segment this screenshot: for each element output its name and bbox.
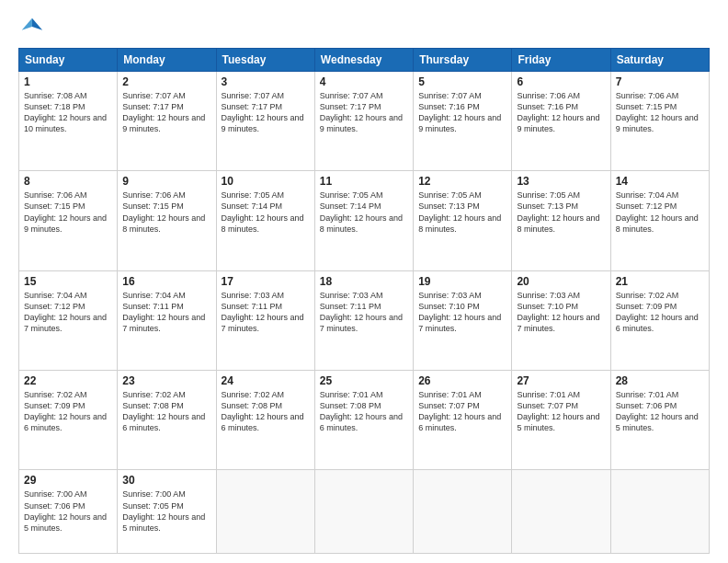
day-cell: 6Sunrise: 7:06 AM Sunset: 7:16 PM Daylig… bbox=[512, 72, 610, 171]
calendar-table: Sunday Monday Tuesday Wednesday Thursday… bbox=[18, 48, 710, 554]
day-cell: 23Sunrise: 7:02 AM Sunset: 7:08 PM Dayli… bbox=[118, 371, 216, 470]
day-cell: 25Sunrise: 7:01 AM Sunset: 7:08 PM Dayli… bbox=[314, 371, 413, 470]
day-number: 27 bbox=[517, 374, 605, 387]
table-row: 22Sunrise: 7:02 AM Sunset: 7:09 PM Dayli… bbox=[19, 371, 710, 470]
day-number: 22 bbox=[24, 374, 112, 387]
day-number: 10 bbox=[222, 175, 310, 188]
day-cell: 15Sunrise: 7:04 AM Sunset: 7:12 PM Dayli… bbox=[19, 270, 118, 370]
day-info: Sunrise: 7:02 AM Sunset: 7:09 PM Dayligh… bbox=[24, 389, 112, 434]
day-cell: 18Sunrise: 7:03 AM Sunset: 7:11 PM Dayli… bbox=[314, 270, 413, 370]
day-number: 14 bbox=[616, 175, 704, 188]
day-number: 15 bbox=[24, 275, 112, 288]
header-thursday: Thursday bbox=[414, 49, 512, 72]
header-tuesday: Tuesday bbox=[216, 49, 314, 72]
header-sunday: Sunday bbox=[19, 49, 118, 72]
page: Sunday Monday Tuesday Wednesday Thursday… bbox=[0, 0, 728, 563]
day-number: 20 bbox=[517, 275, 605, 288]
day-number: 18 bbox=[320, 275, 408, 288]
day-info: Sunrise: 7:01 AM Sunset: 7:07 PM Dayligh… bbox=[517, 389, 605, 434]
day-cell: 5Sunrise: 7:07 AM Sunset: 7:16 PM Daylig… bbox=[414, 72, 512, 171]
day-cell bbox=[314, 470, 413, 554]
svg-marker-1 bbox=[22, 18, 32, 30]
day-info: Sunrise: 7:05 AM Sunset: 7:13 PM Dayligh… bbox=[517, 190, 605, 235]
day-number: 16 bbox=[122, 275, 210, 288]
day-cell: 1Sunrise: 7:08 AM Sunset: 7:18 PM Daylig… bbox=[19, 72, 118, 171]
day-info: Sunrise: 7:02 AM Sunset: 7:08 PM Dayligh… bbox=[122, 389, 210, 434]
day-number: 8 bbox=[24, 175, 112, 188]
day-info: Sunrise: 7:03 AM Sunset: 7:11 PM Dayligh… bbox=[320, 290, 408, 335]
day-cell bbox=[216, 470, 314, 554]
day-cell bbox=[512, 470, 610, 554]
day-cell: 12Sunrise: 7:05 AM Sunset: 7:13 PM Dayli… bbox=[414, 171, 512, 270]
svg-marker-0 bbox=[32, 18, 42, 30]
day-cell: 28Sunrise: 7:01 AM Sunset: 7:06 PM Dayli… bbox=[610, 371, 709, 470]
day-info: Sunrise: 7:07 AM Sunset: 7:17 PM Dayligh… bbox=[222, 90, 310, 135]
day-number: 1 bbox=[24, 75, 112, 88]
day-cell: 19Sunrise: 7:03 AM Sunset: 7:10 PM Dayli… bbox=[414, 270, 512, 370]
table-row: 8Sunrise: 7:06 AM Sunset: 7:15 PM Daylig… bbox=[19, 171, 710, 270]
day-info: Sunrise: 7:01 AM Sunset: 7:07 PM Dayligh… bbox=[418, 389, 506, 434]
day-info: Sunrise: 7:05 AM Sunset: 7:13 PM Dayligh… bbox=[418, 190, 506, 235]
day-cell: 16Sunrise: 7:04 AM Sunset: 7:11 PM Dayli… bbox=[118, 270, 216, 370]
day-number: 11 bbox=[320, 175, 408, 188]
day-number: 30 bbox=[122, 474, 210, 487]
day-cell: 7Sunrise: 7:06 AM Sunset: 7:15 PM Daylig… bbox=[610, 72, 709, 171]
day-number: 3 bbox=[222, 75, 310, 88]
day-cell: 21Sunrise: 7:02 AM Sunset: 7:09 PM Dayli… bbox=[610, 270, 709, 370]
header-saturday: Saturday bbox=[610, 49, 709, 72]
day-info: Sunrise: 7:07 AM Sunset: 7:17 PM Dayligh… bbox=[320, 90, 408, 135]
day-cell: 11Sunrise: 7:05 AM Sunset: 7:14 PM Dayli… bbox=[314, 171, 413, 270]
day-number: 29 bbox=[24, 474, 112, 487]
day-cell: 22Sunrise: 7:02 AM Sunset: 7:09 PM Dayli… bbox=[19, 371, 118, 470]
day-info: Sunrise: 7:03 AM Sunset: 7:10 PM Dayligh… bbox=[418, 290, 506, 335]
day-info: Sunrise: 7:01 AM Sunset: 7:08 PM Dayligh… bbox=[320, 389, 408, 434]
day-info: Sunrise: 7:08 AM Sunset: 7:18 PM Dayligh… bbox=[24, 90, 112, 135]
header-monday: Monday bbox=[118, 49, 216, 72]
day-info: Sunrise: 7:00 AM Sunset: 7:05 PM Dayligh… bbox=[122, 488, 210, 534]
day-number: 26 bbox=[418, 374, 506, 387]
table-row: 29Sunrise: 7:00 AM Sunset: 7:06 PM Dayli… bbox=[19, 470, 710, 554]
day-number: 6 bbox=[517, 75, 605, 88]
logo-icon bbox=[18, 15, 44, 40]
day-info: Sunrise: 7:07 AM Sunset: 7:17 PM Dayligh… bbox=[122, 90, 210, 135]
header bbox=[18, 15, 710, 40]
header-friday: Friday bbox=[512, 49, 610, 72]
day-cell bbox=[414, 470, 512, 554]
day-cell: 20Sunrise: 7:03 AM Sunset: 7:10 PM Dayli… bbox=[512, 270, 610, 370]
day-number: 25 bbox=[320, 374, 408, 387]
day-info: Sunrise: 7:04 AM Sunset: 7:11 PM Dayligh… bbox=[122, 290, 210, 335]
day-cell: 10Sunrise: 7:05 AM Sunset: 7:14 PM Dayli… bbox=[216, 171, 314, 270]
day-info: Sunrise: 7:00 AM Sunset: 7:06 PM Dayligh… bbox=[24, 488, 112, 534]
day-cell bbox=[610, 470, 709, 554]
day-cell: 8Sunrise: 7:06 AM Sunset: 7:15 PM Daylig… bbox=[19, 171, 118, 270]
day-number: 2 bbox=[122, 75, 210, 88]
day-info: Sunrise: 7:05 AM Sunset: 7:14 PM Dayligh… bbox=[222, 190, 310, 235]
day-cell: 30Sunrise: 7:00 AM Sunset: 7:05 PM Dayli… bbox=[118, 470, 216, 554]
day-info: Sunrise: 7:06 AM Sunset: 7:15 PM Dayligh… bbox=[24, 190, 112, 235]
logo bbox=[18, 15, 48, 40]
day-cell: 9Sunrise: 7:06 AM Sunset: 7:15 PM Daylig… bbox=[118, 171, 216, 270]
day-number: 13 bbox=[517, 175, 605, 188]
day-cell: 14Sunrise: 7:04 AM Sunset: 7:12 PM Dayli… bbox=[610, 171, 709, 270]
header-row: Sunday Monday Tuesday Wednesday Thursday… bbox=[19, 49, 710, 72]
day-number: 21 bbox=[616, 275, 704, 288]
day-cell: 24Sunrise: 7:02 AM Sunset: 7:08 PM Dayli… bbox=[216, 371, 314, 470]
day-info: Sunrise: 7:02 AM Sunset: 7:09 PM Dayligh… bbox=[616, 290, 704, 335]
day-cell: 27Sunrise: 7:01 AM Sunset: 7:07 PM Dayli… bbox=[512, 371, 610, 470]
day-number: 4 bbox=[320, 75, 408, 88]
day-number: 5 bbox=[418, 75, 506, 88]
day-info: Sunrise: 7:06 AM Sunset: 7:16 PM Dayligh… bbox=[517, 90, 605, 135]
day-number: 12 bbox=[418, 175, 506, 188]
day-number: 19 bbox=[418, 275, 506, 288]
day-number: 23 bbox=[122, 374, 210, 387]
day-info: Sunrise: 7:03 AM Sunset: 7:11 PM Dayligh… bbox=[222, 290, 310, 335]
header-wednesday: Wednesday bbox=[314, 49, 413, 72]
table-row: 15Sunrise: 7:04 AM Sunset: 7:12 PM Dayli… bbox=[19, 270, 710, 370]
day-info: Sunrise: 7:02 AM Sunset: 7:08 PM Dayligh… bbox=[222, 389, 310, 434]
day-number: 17 bbox=[222, 275, 310, 288]
day-info: Sunrise: 7:06 AM Sunset: 7:15 PM Dayligh… bbox=[122, 190, 210, 235]
day-cell: 26Sunrise: 7:01 AM Sunset: 7:07 PM Dayli… bbox=[414, 371, 512, 470]
day-info: Sunrise: 7:07 AM Sunset: 7:16 PM Dayligh… bbox=[418, 90, 506, 135]
day-number: 9 bbox=[122, 175, 210, 188]
day-number: 28 bbox=[616, 374, 704, 387]
